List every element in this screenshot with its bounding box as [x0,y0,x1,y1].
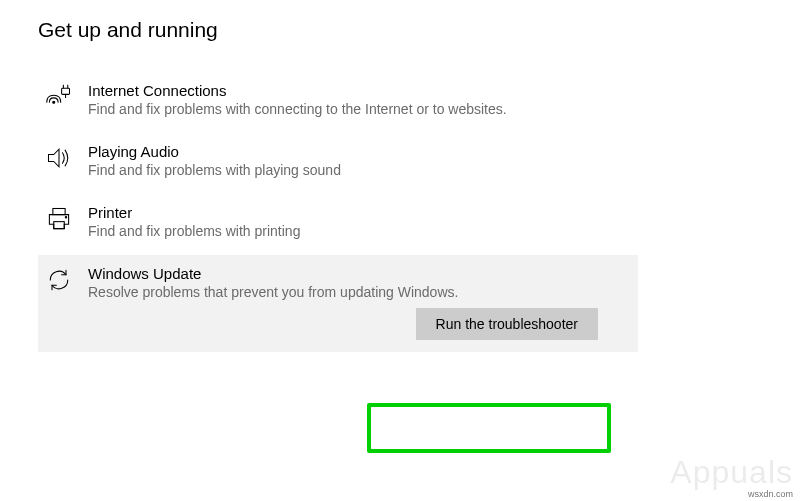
item-title: Playing Audio [88,143,628,160]
troubleshoot-panel: Get up and running Internet Connections … [0,0,803,352]
speaker-icon [44,143,74,173]
troubleshooter-windows-update[interactable]: Windows Update Resolve problems that pre… [38,255,638,352]
item-text: Playing Audio Find and fix problems with… [88,143,628,180]
watermark: Appuals [670,454,793,491]
watermark-small: wsxdn.com [748,489,793,499]
run-troubleshooter-button[interactable]: Run the troubleshooter [416,308,598,340]
item-title: Printer [88,204,628,221]
svg-point-7 [65,216,66,217]
section-title: Get up and running [38,18,803,42]
printer-icon [44,204,74,234]
svg-point-0 [53,101,55,103]
item-desc: Find and fix problems with playing sound [88,161,628,180]
item-text: Windows Update Resolve problems that pre… [88,265,628,302]
item-desc: Find and fix problems with printing [88,222,628,241]
svg-rect-6 [54,221,65,228]
item-title: Internet Connections [88,82,628,99]
wifi-plug-icon [44,82,74,112]
item-desc: Resolve problems that prevent you from u… [88,283,628,302]
troubleshooter-internet-connections[interactable]: Internet Connections Find and fix proble… [38,72,638,133]
troubleshooter-printer[interactable]: Printer Find and fix problems with print… [38,194,638,255]
troubleshooter-list: Internet Connections Find and fix proble… [38,72,638,352]
item-desc: Find and fix problems with connecting to… [88,100,628,119]
sync-icon [44,265,74,295]
troubleshooter-playing-audio[interactable]: Playing Audio Find and fix problems with… [38,133,638,194]
svg-rect-5 [53,208,65,214]
svg-rect-1 [62,88,70,94]
item-text: Internet Connections Find and fix proble… [88,82,628,119]
annotation-highlight [367,403,611,453]
item-text: Printer Find and fix problems with print… [88,204,628,241]
item-title: Windows Update [88,265,628,282]
